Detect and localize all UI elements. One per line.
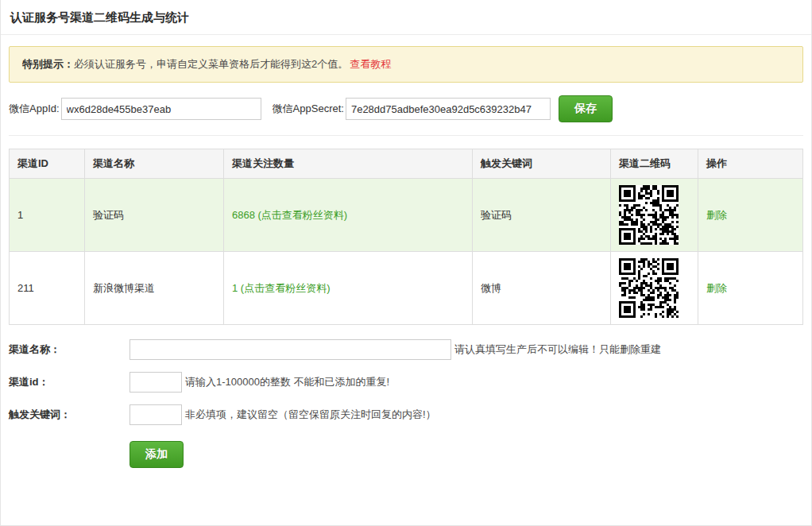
cell-channel-id: 211 [10,252,85,325]
qr-code-image [619,258,679,318]
alert-text: 必须认证服务号，申请自定义菜单资格后才能得到这2个值。 [74,58,348,70]
cell-trigger-keyword: 微博 [473,252,611,325]
channel-table: 渠道ID 渠道名称 渠道关注数量 触发关键词 渠道二维码 操作 1 验证码 68… [9,149,803,325]
trigger-keyword-input[interactable] [130,404,182,425]
header-follow-count: 渠道关注数量 [224,149,473,179]
header-qr-code: 渠道二维码 [611,149,698,179]
cell-channel-id: 1 [10,179,85,252]
header-action: 操作 [698,149,803,179]
appid-input[interactable] [61,98,261,120]
config-form: 微信AppId: 微信AppSecret: 保存 [9,95,803,136]
cell-channel-name: 验证码 [85,179,224,252]
channel-id-label: 渠道id： [9,375,130,389]
tutorial-link[interactable]: 查看教程 [350,58,391,70]
alert-box: 特别提示：必须认证服务号，申请自定义菜单资格后才能得到这2个值。查看教程 [9,46,803,83]
page-container: 认证服务号渠道二维码生成与统计 特别提示：必须认证服务号，申请自定义菜单资格后才… [0,0,812,526]
cell-trigger-keyword: 验证码 [473,179,611,252]
header-channel-id: 渠道ID [10,149,85,179]
header-channel-name: 渠道名称 [85,149,224,179]
table-header-row: 渠道ID 渠道名称 渠道关注数量 触发关键词 渠道二维码 操作 [10,149,803,179]
add-channel-form: 渠道名称： 请认真填写生产后不可以编辑！只能删除重建 渠道id： 请输入1-10… [9,339,803,468]
save-button[interactable]: 保存 [559,95,613,122]
channel-id-input[interactable] [130,372,182,393]
appsecret-label: 微信AppSecret: [273,102,344,116]
channel-name-row: 渠道名称： 请认真填写生产后不可以编辑！只能删除重建 [9,339,803,360]
alert-bold-prefix: 特别提示： [22,58,74,70]
delete-link[interactable]: 删除 [706,209,727,221]
channel-name-input[interactable] [130,339,451,360]
header-trigger-keyword: 触发关键词 [473,149,611,179]
table-row: 1 验证码 6868 (点击查看粉丝资料) 验证码 删除 [10,179,803,252]
qr-code-image [619,185,679,245]
channel-name-label: 渠道名称： [9,342,130,357]
trigger-keyword-row: 触发关键词： 非必填项，建议留空（留空保留原关注时回复的内容!） [9,404,803,425]
cell-channel-name: 新浪微博渠道 [85,252,224,325]
trigger-keyword-hint: 非必填项，建议留空（留空保留原关注时回复的内容!） [185,408,436,422]
fans-detail-link[interactable]: 6868 (点击查看粉丝资料) [232,209,347,221]
add-button-row: 添加 [9,441,803,468]
page-title: 认证服务号渠道二维码生成与统计 [1,0,811,35]
add-button[interactable]: 添加 [130,441,184,468]
channel-id-hint: 请输入1-100000的整数 不能和已添加的重复! [185,375,389,389]
fans-detail-link[interactable]: 1 (点击查看粉丝资料) [232,282,331,294]
delete-link[interactable]: 删除 [706,282,727,294]
appsecret-input[interactable] [346,98,551,120]
appid-label: 微信AppId: [9,102,60,116]
table-row: 211 新浪微博渠道 1 (点击查看粉丝资料) 微博 删除 [10,252,803,325]
trigger-keyword-label: 触发关键词： [9,408,130,422]
channel-id-row: 渠道id： 请输入1-100000的整数 不能和已添加的重复! [9,372,803,393]
channel-name-hint: 请认真填写生产后不可以编辑！只能删除重建 [454,342,661,357]
